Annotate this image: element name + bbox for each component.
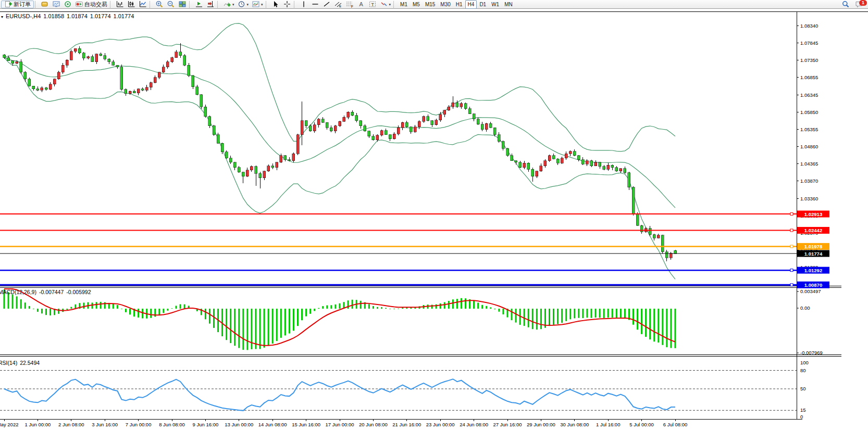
tf-button-H4[interactable]: H4 [465, 0, 477, 9]
tf-button-D1[interactable]: D1 [477, 0, 489, 9]
channel-tool-button[interactable]: E [332, 1, 344, 8]
macd-histogram-bar [305, 309, 307, 316]
price-chart[interactable]: 1.083401.078451.073501.068551.063451.058… [0, 0, 868, 431]
rsi-label: RSI(14)22.5494 [0, 360, 42, 366]
candle-up [548, 156, 551, 161]
vertical-line-tool-button[interactable] [298, 1, 309, 8]
macd-histogram-bar [620, 309, 622, 318]
macd-histogram-bar [49, 309, 51, 315]
chat-button[interactable]: 1 [853, 1, 865, 8]
candle-down [427, 117, 429, 121]
macd-histogram-bar [213, 309, 215, 328]
hline-handle[interactable] [790, 213, 793, 216]
templates-button[interactable]: ▾ [250, 1, 265, 8]
tf-button-W1[interactable]: W1 [489, 0, 502, 9]
navigator-button[interactable] [62, 1, 73, 8]
text-label-tool-button[interactable]: T [367, 1, 378, 8]
macd-histogram-bar [138, 309, 139, 318]
search-button[interactable] [840, 1, 851, 8]
trendline-tool-button[interactable] [321, 1, 332, 8]
crosshair-tool-button[interactable] [281, 1, 293, 8]
timeframe-menu-button[interactable]: ▾ [236, 1, 251, 8]
macd-histogram-bar [670, 309, 672, 348]
macd-histogram-bar [641, 309, 642, 334]
hline-handle[interactable] [790, 245, 793, 248]
macd-histogram-bar [129, 309, 131, 314]
macd-histogram-bar [242, 309, 244, 350]
data-window-button[interactable] [51, 1, 62, 8]
bar-chart-icon [116, 1, 124, 8]
chart-shift-button[interactable] [205, 1, 216, 8]
toolbar-grip [110, 1, 113, 8]
macd-axis-label: -0.007969 [800, 350, 823, 356]
tf-button-M15[interactable]: M15 [423, 0, 438, 9]
macd-histogram-bar [633, 309, 634, 325]
text-tool-button[interactable]: A [355, 1, 367, 8]
tf-button-M5[interactable]: M5 [410, 0, 423, 9]
candle-down [577, 156, 580, 160]
price-badge-label: 1.02442 [804, 227, 822, 233]
cursor-tool-button[interactable] [270, 1, 281, 8]
hline-handle[interactable] [790, 269, 793, 272]
time-axis[interactable]: 30 May 20221 Jun 00:002 Jun 08:003 Jun 1… [0, 420, 687, 428]
candle-up [280, 156, 282, 162]
macd-histogram-bar [532, 309, 534, 329]
hline-handle[interactable] [790, 229, 793, 232]
fibonacci-tool-button[interactable]: F [344, 1, 355, 8]
macd-histogram-bar [100, 302, 102, 309]
candle-down [351, 112, 354, 116]
candle-up [523, 163, 526, 168]
candle-up [263, 171, 266, 178]
candle-down [120, 67, 123, 90]
price-axis[interactable]: 1.083401.078451.073501.068551.063451.058… [797, 23, 823, 420]
macd-histogram-bar [309, 309, 311, 314]
rsi-axis-label: 100 [800, 360, 809, 365]
tile-windows-button[interactable] [177, 1, 188, 8]
candle-down [665, 252, 668, 258]
macd-histogram-bar [16, 296, 18, 309]
auto-scroll-button[interactable] [193, 1, 205, 8]
horizontal-line-tool-button[interactable] [309, 1, 321, 8]
tf-button-MN[interactable]: MN [502, 0, 515, 9]
candle-down [112, 62, 115, 66]
tf-button-M1[interactable]: M1 [398, 0, 410, 9]
macd-histogram-bar [473, 301, 475, 309]
candle-up [393, 134, 395, 138]
macd-histogram-bar [456, 299, 458, 309]
macd-histogram-bar [553, 309, 554, 325]
tf-button-M30[interactable]: M30 [438, 0, 453, 9]
macd-histogram-bar [280, 309, 282, 338]
bar-chart-mode-button[interactable] [114, 1, 126, 8]
rsi-axis-label: 0 [800, 414, 803, 420]
macd-histogram-bar [352, 300, 353, 309]
chart-expander-icon[interactable]: ▾ [1, 15, 3, 19]
candle-down [502, 142, 504, 148]
market-watch-button[interactable] [39, 1, 51, 8]
dropdown-caret: ▾ [261, 3, 263, 6]
tf-button-H1[interactable]: H1 [453, 0, 465, 9]
macd-histogram-bar [528, 309, 529, 327]
new-order-button[interactable]: 新订单 [1, 1, 34, 8]
arrow-objects-icon [380, 1, 388, 8]
candle-down [464, 104, 467, 109]
time-axis-label: 2 Jun 08:00 [58, 422, 84, 427]
macd-histogram-bar [582, 309, 584, 318]
arrows-tool-button[interactable]: ▾ [378, 1, 393, 8]
time-axis-label: 5 Jul 00:00 [629, 422, 653, 427]
line-chart-icon [139, 1, 147, 8]
candlestick-mode-button[interactable] [126, 1, 137, 8]
chart-title: ▾EURUSD-,H41.018581.018741.017741.01774 [1, 13, 137, 19]
macd-histogram-bar [284, 309, 286, 335]
price-axis-label: 1.03870 [800, 178, 818, 184]
time-axis-label: 13 Jun 00:00 [225, 422, 253, 427]
zoom-out-button[interactable] [165, 1, 177, 8]
macd-histogram-bar [595, 309, 597, 318]
add-indicator-button[interactable]: ▾ [221, 1, 236, 8]
time-axis-label: 15 Jun 16:00 [292, 422, 320, 427]
zoom-in-button[interactable] [154, 1, 165, 8]
candle-up [129, 91, 131, 94]
auto-trading-button[interactable]: 自动交易 [73, 1, 109, 8]
candle-up [267, 166, 270, 171]
line-chart-mode-button[interactable] [137, 1, 148, 8]
hline-handle[interactable] [790, 284, 793, 286]
